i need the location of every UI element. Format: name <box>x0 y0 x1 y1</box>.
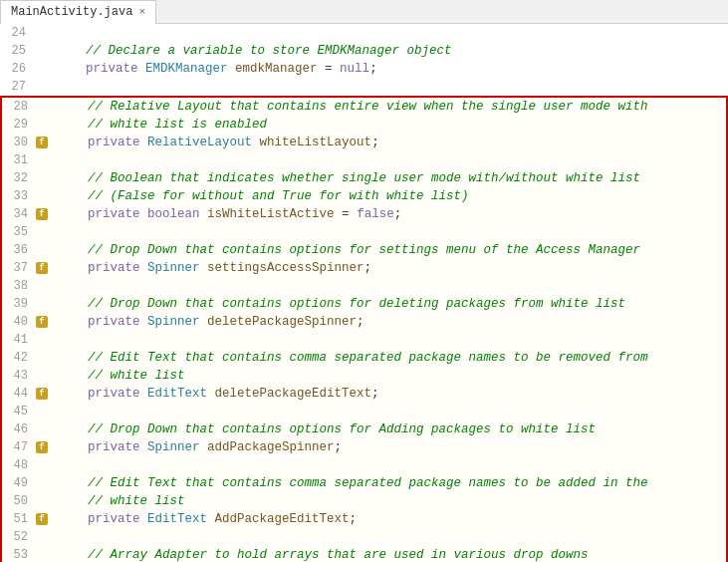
code-line <box>50 528 58 546</box>
line-number: 48 <box>2 456 34 474</box>
line-number: 37 <box>2 259 34 277</box>
code-area: 2425 // Declare a variable to store EMDK… <box>0 24 728 562</box>
line-icon-cell: f <box>34 385 50 403</box>
line-icon-cell <box>34 169 50 187</box>
line-icon-cell <box>32 24 48 42</box>
line-number: 53 <box>2 546 34 562</box>
bookmark-icon: f <box>36 262 48 274</box>
editor-tab[interactable]: MainActivity.java × <box>0 0 156 24</box>
highlighted-section: 28 // Relative Layout that contains enti… <box>0 96 728 562</box>
line-number: 25 <box>0 42 32 60</box>
code-line: private Spinner deletePackageSpinner; <box>50 313 364 331</box>
code-line <box>50 403 58 421</box>
line-icon-cell: f <box>34 205 50 223</box>
line-number: 50 <box>2 492 34 510</box>
code-line: private Spinner addPackageSpinner; <box>50 438 342 456</box>
editor-container: MainActivity.java × 2425 // Declare a va… <box>0 0 728 562</box>
line-row: 42 // Edit Text that contains comma sepa… <box>2 349 726 367</box>
line-row: 40f private Spinner deletePackageSpinner… <box>2 313 726 331</box>
line-row: 50 // white list <box>2 492 726 510</box>
line-row: 36 // Drop Down that contains options fo… <box>2 241 726 259</box>
line-row: 25 // Declare a variable to store EMDKMa… <box>0 42 728 60</box>
line-row: 41 <box>2 331 726 349</box>
code-line: // white list <box>50 492 185 510</box>
line-number: 28 <box>2 98 34 116</box>
line-icon-cell <box>34 492 50 510</box>
code-line: private EMDKManager emdkManager = null; <box>48 60 377 78</box>
line-row: 51f private EditText AddPackageEditText; <box>2 510 726 528</box>
line-number: 46 <box>2 421 34 438</box>
line-row: 28 // Relative Layout that contains enti… <box>2 98 726 116</box>
code-line: private EditText AddPackageEditText; <box>50 510 357 528</box>
line-icon-cell <box>34 403 50 421</box>
line-number: 32 <box>2 169 34 187</box>
line-icon-cell <box>34 349 50 367</box>
code-line: private EditText deletePackageEditText; <box>50 385 379 403</box>
line-row: 49 // Edit Text that contains comma sepa… <box>2 474 726 492</box>
bookmark-icon: f <box>36 316 48 328</box>
code-line <box>48 24 56 42</box>
line-icon-cell: f <box>34 510 50 528</box>
line-icon-cell <box>32 60 48 78</box>
bookmark-icon: f <box>36 137 48 148</box>
line-row: 31 <box>2 151 726 169</box>
code-line <box>50 151 58 169</box>
line-icon-cell <box>34 367 50 385</box>
code-line: private Spinner settingsAccessSpinner; <box>50 259 371 277</box>
code-line: // Drop Down that contains options for d… <box>50 295 625 313</box>
line-row: 43 // white list <box>2 367 726 385</box>
line-icon-cell <box>34 295 50 313</box>
code-line: // Boolean that indicates whether single… <box>50 169 640 187</box>
line-number: 52 <box>2 528 34 546</box>
code-line <box>50 456 58 474</box>
line-icon-cell <box>34 528 50 546</box>
line-row: 33 // (False for without and True for wi… <box>2 187 726 205</box>
line-row: 45 <box>2 403 726 421</box>
code-line <box>50 331 58 349</box>
close-icon[interactable]: × <box>138 6 145 18</box>
code-line: // Drop Down that contains options for A… <box>50 421 596 438</box>
code-line: // Edit Text that contains comma separat… <box>50 349 648 367</box>
line-row: 34f private boolean isWhiteListActive = … <box>2 205 726 223</box>
line-row: 32 // Boolean that indicates whether sin… <box>2 169 726 187</box>
bookmark-icon: f <box>36 388 48 400</box>
line-number: 47 <box>2 438 34 456</box>
line-row: 29 // white list is enabled <box>2 116 726 134</box>
line-row: 35 <box>2 223 726 241</box>
line-row: 53 // Array Adapter to hold arrays that … <box>2 546 726 562</box>
code-line <box>48 78 56 96</box>
code-line: // (False for without and True for with … <box>50 187 469 205</box>
line-icon-cell: f <box>34 313 50 331</box>
line-row: 26 private EMDKManager emdkManager = nul… <box>0 60 728 78</box>
line-icon-cell <box>34 546 50 562</box>
line-row: 46 // Drop Down that contains options fo… <box>2 421 726 438</box>
line-icon-cell <box>34 241 50 259</box>
line-number: 38 <box>2 277 34 295</box>
line-number: 41 <box>2 331 34 349</box>
bookmark-icon: f <box>36 208 48 220</box>
line-icon-cell: f <box>34 134 50 151</box>
line-icon-cell <box>34 187 50 205</box>
code-line: // white list <box>50 367 185 385</box>
tab-bar: MainActivity.java × <box>0 0 728 24</box>
code-line: // Relative Layout that contains entire … <box>50 98 648 116</box>
line-icon-cell <box>34 277 50 295</box>
line-number: 42 <box>2 349 34 367</box>
tab-label: MainActivity.java <box>11 5 132 19</box>
code-line <box>50 277 58 295</box>
line-row: 30f private RelativeLayout whiteListLayo… <box>2 134 726 151</box>
line-icon-cell: f <box>34 259 50 277</box>
line-icon-cell <box>34 421 50 438</box>
line-row: 37f private Spinner settingsAccessSpinne… <box>2 259 726 277</box>
line-row: 47f private Spinner addPackageSpinner; <box>2 438 726 456</box>
line-number: 35 <box>2 223 34 241</box>
line-row: 52 <box>2 528 726 546</box>
code-line: private boolean isWhiteListActive = fals… <box>50 205 401 223</box>
bookmark-icon: f <box>36 513 48 525</box>
code-line: // Array Adapter to hold arrays that are… <box>50 546 589 562</box>
code-line: // Edit Text that contains comma separat… <box>50 474 648 492</box>
line-row: 27 <box>0 78 728 96</box>
line-row: 48 <box>2 456 726 474</box>
line-number: 31 <box>2 151 34 169</box>
line-number: 39 <box>2 295 34 313</box>
